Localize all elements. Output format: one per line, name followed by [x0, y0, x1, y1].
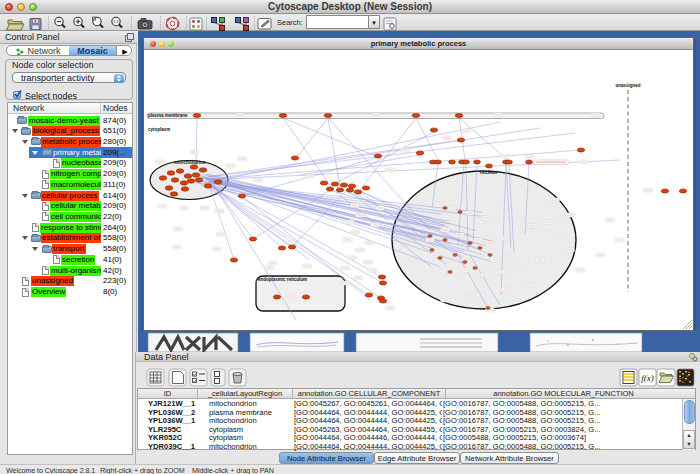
svg-text:endoplasmic reticulum: endoplasmic reticulum [258, 277, 307, 282]
svg-text:cytoplasm: cytoplasm [148, 127, 170, 132]
svg-text:unassigned: unassigned [615, 83, 640, 88]
svg-text:nucleus: nucleus [480, 170, 498, 175]
svg-text:f(x): f(x) [641, 373, 654, 383]
svg-text:mitochondrion: mitochondrion [174, 160, 206, 165]
svg-text:plasma membrane: plasma membrane [148, 113, 188, 118]
svg-text:1:1: 1:1 [113, 19, 119, 24]
